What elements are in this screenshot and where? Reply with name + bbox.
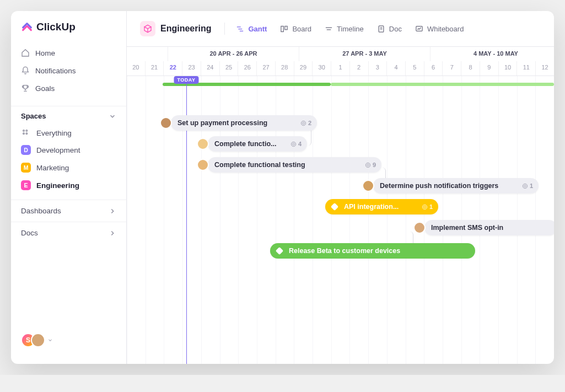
tab-timeline[interactable]: Timeline <box>319 22 369 36</box>
space-label: Engineering <box>36 181 79 190</box>
spaces-header[interactable]: Spaces <box>11 106 126 125</box>
subtask-count: 1 <box>422 203 433 210</box>
task-label: Release Beta to customer devices <box>289 247 400 255</box>
task-row[interactable]: Release Beta to customer devices <box>270 243 475 259</box>
space-badge: E <box>21 180 31 190</box>
today-badge: TODAY <box>174 76 198 84</box>
tab-label: Board <box>292 25 311 33</box>
gantt-icon <box>236 25 244 33</box>
tab-doc[interactable]: Doc <box>372 22 407 36</box>
day-label: 27 <box>256 61 275 76</box>
nav-label: Goals <box>35 84 55 93</box>
space-everything[interactable]: Everything <box>11 125 126 141</box>
tab-gantt[interactable]: Gantt <box>230 22 272 36</box>
progress-remaining <box>331 83 554 86</box>
user-avatars[interactable]: S <box>11 326 126 354</box>
day-label: 2 <box>349 61 368 76</box>
task-bar[interactable]: Set up payment processing 2 <box>171 115 317 131</box>
svg-point-24 <box>424 206 426 208</box>
nav-dashboards[interactable]: Dashboards <box>11 200 126 222</box>
task-bar[interactable]: Complete functio... 4 <box>208 136 307 152</box>
task-row[interactable]: Complete functio... 4 <box>197 136 307 152</box>
space-marketing[interactable]: M Marketing <box>11 159 126 176</box>
task-label: Set up payment processing <box>177 119 267 127</box>
avatar <box>362 180 374 192</box>
gantt-body[interactable]: TODAY Set up payment processing 2 Comple… <box>127 76 554 364</box>
collapse-label: Docs <box>21 229 38 237</box>
tab-label: Doc <box>389 25 402 33</box>
nav-home[interactable]: Home <box>15 44 122 62</box>
task-row[interactable]: Implement SMS opt-in <box>413 219 554 236</box>
task-row[interactable]: Determine push notification triggers 1 <box>362 178 539 194</box>
day-label: 30 <box>312 61 331 76</box>
day-label: 8 <box>461 61 480 76</box>
day-label: 21 <box>145 61 164 76</box>
space-engineering[interactable]: E Engineering <box>11 176 126 194</box>
day-label: 11 <box>516 61 535 76</box>
grid-icon <box>21 128 30 137</box>
svg-point-17 <box>291 142 295 146</box>
space-development[interactable]: D Development <box>11 141 126 159</box>
chevron-down-icon <box>47 337 53 343</box>
nav-docs[interactable]: Docs <box>11 222 126 244</box>
space-label: Everything <box>36 129 72 137</box>
avatar <box>197 138 209 150</box>
task-label: Complete functional testing <box>214 161 305 169</box>
week-label: 27 APR - 3 MAY <box>299 47 430 61</box>
task-bar[interactable]: Complete functional testing 9 <box>208 157 381 173</box>
avatar <box>31 333 45 347</box>
subtask-icon <box>422 204 428 210</box>
task-row[interactable]: Complete functional testing 9 <box>197 157 381 173</box>
svg-rect-8 <box>285 26 287 29</box>
tab-label: Whiteboard <box>427 25 464 33</box>
board-icon <box>280 25 288 33</box>
task-label: API integration... <box>344 203 399 211</box>
task-bar[interactable]: Determine push notification triggers 1 <box>373 178 539 194</box>
subtask-count: 1 <box>522 182 533 189</box>
nav-notifications[interactable]: Notifications <box>15 62 122 79</box>
day-label: 7 <box>442 61 461 76</box>
day-label: 24 <box>201 61 219 76</box>
collapse-label: Dashboards <box>21 207 61 215</box>
space-label: Development <box>36 146 80 154</box>
task-bar[interactable]: Release Beta to customer devices <box>270 243 475 259</box>
timeline-icon <box>325 25 333 33</box>
sidebar: ClickUp Home Notifications Goals Spaces … <box>11 11 127 364</box>
tab-whiteboard[interactable]: Whiteboard <box>410 22 469 36</box>
trophy-icon <box>21 84 30 93</box>
space-title-text: Engineering <box>160 24 211 34</box>
chevron-down-icon <box>109 112 116 120</box>
svg-point-1 <box>26 130 28 132</box>
subtask-icon <box>300 120 306 126</box>
tab-board[interactable]: Board <box>275 22 317 36</box>
task-bar[interactable]: Implement SMS opt-in <box>424 220 554 235</box>
task-row[interactable]: API integration... 1 <box>325 198 438 215</box>
subtask-count: 4 <box>290 141 302 147</box>
space-title[interactable]: Engineering <box>138 19 219 39</box>
day-label: 22 <box>163 61 182 76</box>
logo[interactable]: ClickUp <box>11 21 126 41</box>
timeline-header: 20 APR - 26 APR27 APR - 3 MAY4 MAY - 10 … <box>127 47 554 76</box>
subtask-icon <box>365 162 371 168</box>
svg-point-22 <box>524 185 526 187</box>
svg-point-0 <box>23 130 25 132</box>
nav-goals[interactable]: Goals <box>15 79 122 97</box>
task-bar[interactable]: API integration... 1 <box>325 199 438 214</box>
chevron-right-icon <box>109 229 116 237</box>
day-label: 10 <box>498 61 517 76</box>
svg-point-20 <box>367 164 369 166</box>
svg-point-23 <box>422 205 427 209</box>
toolbar: Engineering Gantt Board Timeline Doc W <box>127 11 554 47</box>
svg-point-18 <box>293 143 295 145</box>
svg-rect-7 <box>281 26 283 31</box>
day-label: 23 <box>182 61 201 76</box>
home-icon <box>21 49 30 57</box>
tab-label: Gantt <box>248 25 267 33</box>
doc-icon <box>377 25 385 33</box>
tab-label: Timeline <box>337 25 364 33</box>
space-label: Marketing <box>36 164 69 172</box>
bell-icon <box>21 66 30 75</box>
logo-icon <box>21 21 33 33</box>
task-row[interactable]: Set up payment processing 2 <box>160 115 317 131</box>
cube-icon <box>140 21 155 36</box>
